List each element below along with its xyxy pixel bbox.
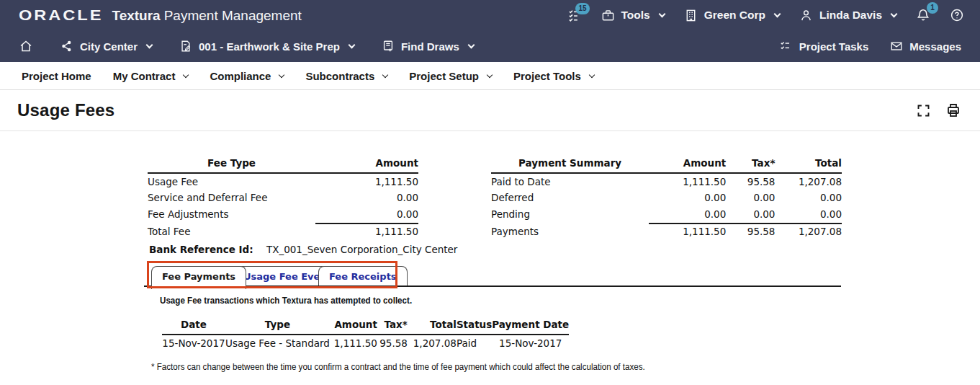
type-header: Type [225, 317, 330, 335]
tools-menu[interactable]: Tools [601, 9, 665, 22]
user-label: Linda Davis [819, 9, 882, 22]
txn-tax: 95.58 [377, 335, 408, 352]
chevron-down-icon [891, 10, 898, 17]
nav-label: Project Tools [513, 70, 581, 82]
tab-description-text: Usage Fee transactions which Textura has… [160, 295, 412, 306]
fullscreen-icon[interactable] [916, 103, 931, 118]
tab-fee-payments[interactable]: Fee Payments [151, 266, 246, 289]
bank-reference-value: TX_001_Seven Corporation_City Center [266, 244, 457, 255]
nav-my-contract[interactable]: My Contract [113, 70, 189, 82]
chevron-down-icon [658, 10, 665, 17]
messages-button[interactable]: Messages [890, 40, 961, 53]
oracle-logo: ORACLE [19, 7, 103, 24]
print-icon[interactable] [945, 102, 961, 118]
organization-label: Green Corp [704, 9, 765, 22]
amount-header: Amount [649, 155, 726, 173]
chevron-down-icon [146, 41, 153, 48]
table-row: Usage Fee 1,111.50 [148, 173, 418, 190]
chevron-down-icon [183, 71, 189, 77]
nav-label: My Contract [113, 70, 176, 82]
table-row: Deferred 0.00 0.00 0.00 [491, 190, 842, 207]
nav-subcontracts[interactable]: Subcontracts [305, 70, 387, 82]
project-tasks-label: Project Tasks [799, 40, 868, 53]
user-menu[interactable]: Linda Davis [799, 9, 896, 22]
payment-summary-table: Payment Summary Amount Tax* Total Paid t… [491, 155, 842, 240]
payments-tax: 95.58 [726, 224, 775, 241]
nav-label: Project Setup [409, 70, 479, 82]
table-row: Pending 0.00 0.00 0.00 [491, 206, 842, 224]
project-selector[interactable]: City Center [60, 40, 152, 53]
projectbar-actions: Project Tasks Messages [780, 40, 961, 53]
user-icon [799, 9, 813, 22]
payment-tax: 0.00 [726, 190, 775, 207]
project-hierarchy-icon [60, 40, 73, 53]
payment-summary-header: Payment Summary [491, 155, 649, 173]
payments-amount: 1,111.50 [649, 224, 726, 241]
home-button[interactable] [19, 39, 33, 53]
find-draws-menu[interactable]: Find Draws [382, 40, 474, 53]
page-header: Usage Fees [0, 90, 980, 131]
transactions-table: Date Type Amount Tax* Total Status Payme… [162, 317, 569, 352]
tasks-count-badge: 15 [575, 3, 589, 14]
contract-selector[interactable]: 001 - Earthwork & Site Prep [179, 40, 354, 53]
nav-project-setup[interactable]: Project Setup [409, 70, 492, 82]
payment-total: 1,207.08 [775, 173, 842, 190]
tax-footnote-text: * Factors can change between the time yo… [151, 361, 645, 372]
organization-menu[interactable]: Green Corp [684, 9, 780, 22]
tax-footnote: * Factors can change between the time yo… [151, 360, 725, 372]
tax-header: Tax* [726, 155, 775, 173]
tasks-button[interactable]: 15 [568, 9, 582, 22]
nav-label: Compliance [210, 70, 271, 82]
chevron-down-icon [382, 71, 388, 77]
nav-project-tools[interactable]: Project Tools [513, 70, 594, 82]
tab-fee-receipts[interactable]: Fee Receipts [318, 266, 408, 287]
fee-amount: 0.00 [315, 206, 418, 224]
help-button[interactable] [950, 8, 964, 22]
nav-project-home[interactable]: Project Home [22, 70, 91, 82]
topbar-actions: 15 Tools Green Corp Linda Dav [568, 8, 964, 22]
total-header: Total [408, 317, 457, 335]
txn-total: 1,207.08 [408, 335, 457, 352]
chevron-down-icon [348, 41, 355, 48]
fee-label: Fee Adjustments [148, 206, 315, 224]
table-row: Paid to Date 1,111.50 95.58 1,207.08 [491, 173, 842, 190]
amount-header: Amount [315, 155, 418, 173]
notifications-button[interactable]: 1 [916, 8, 930, 22]
project-nav: Project Home My Contract Compliance Subc… [0, 62, 980, 90]
txn-payment-date: 15-Nov-2017 [492, 335, 569, 352]
contract-label: 001 - Earthwork & Site Prep [199, 40, 340, 53]
payment-date-header: Payment Date [492, 317, 569, 335]
payment-total: 0.00 [775, 190, 842, 207]
fee-type-header: Fee Type [148, 155, 315, 173]
nav-label: Subcontracts [305, 70, 374, 82]
amount-header: Amount [330, 317, 377, 335]
project-context-bar: City Center 001 - Earthwork & Site Prep … [0, 30, 980, 62]
chevron-down-icon [279, 71, 284, 77]
fee-amount: 1,111.50 [315, 173, 418, 190]
fee-type-table: Fee Type Amount Usage Fee 1,111.50 Servi… [148, 155, 418, 240]
messages-label: Messages [909, 40, 961, 53]
help-icon [950, 8, 964, 22]
tab-description: Usage Fee transactions which Textura has… [160, 294, 453, 306]
txn-type: Usage Fee - Standard [225, 335, 330, 352]
payment-amount: 0.00 [649, 206, 726, 224]
chevron-down-icon [774, 10, 781, 17]
project-tasks-button[interactable]: Project Tasks [780, 40, 868, 53]
total-fee-amount: 1,111.50 [315, 224, 418, 241]
fee-tabs: Fee Payments Usage Fee Events Fee Receip… [144, 262, 841, 289]
payment-tax: 95.58 [726, 173, 775, 190]
project-label: City Center [80, 40, 138, 53]
table-row: Fee Adjustments 0.00 [148, 206, 418, 224]
nav-compliance[interactable]: Compliance [210, 70, 284, 82]
toolbox-icon [601, 9, 615, 22]
nav-label: Project Home [22, 70, 91, 82]
page-title: Usage Fees [17, 100, 114, 120]
find-draws-label: Find Draws [401, 40, 459, 53]
total-row: Total Fee 1,111.50 [148, 224, 418, 241]
total-fee-label: Total Fee [148, 224, 315, 241]
tools-label: Tools [621, 9, 650, 22]
payment-amount: 1,111.50 [649, 173, 726, 190]
chevron-down-icon [467, 41, 475, 48]
txn-amount: 1,111.50 [330, 335, 377, 352]
product-title: TexturaPayment Management [112, 8, 301, 24]
